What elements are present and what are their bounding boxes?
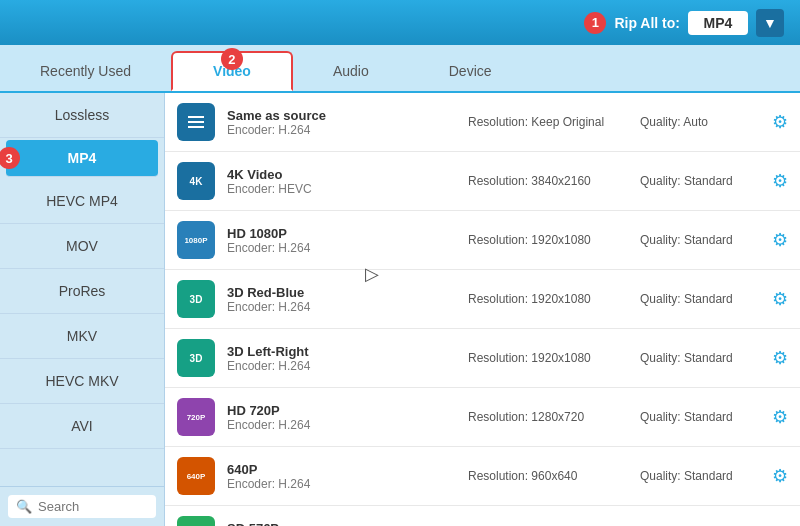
search-box: 🔍 [8, 495, 156, 518]
format-details-576p: SD 576P Encoder: H.264 [227, 521, 456, 527]
format-name: Same as source [227, 108, 456, 123]
format-name: 3D Red-Blue [227, 285, 456, 300]
settings-icon[interactable]: ⚙ [772, 170, 788, 192]
list-item[interactable]: 3D 3D Left-Right Encoder: H.264 Resoluti… [165, 329, 800, 388]
sidebar-item-mov[interactable]: MOV [0, 224, 164, 269]
format-name: HD 1080P [227, 226, 456, 241]
format-icon-3d-rb: 3D [177, 280, 215, 318]
format-quality: Quality: Standard [640, 292, 760, 306]
format-name: SD 576P [227, 521, 456, 527]
rip-format-dropdown[interactable]: ▼ [756, 9, 784, 37]
format-encoder: Encoder: H.264 [227, 300, 456, 314]
sidebar-item-prores[interactable]: ProRes [0, 269, 164, 314]
format-icon-3d-lr: 3D [177, 339, 215, 377]
video-tab-badge: 2 [221, 48, 243, 70]
format-resolution: Resolution: Keep Original [468, 115, 628, 129]
tabs-bar: Recently Used 2 Video Audio Device [0, 45, 800, 93]
format-icon-576p: 576P [177, 516, 215, 526]
sidebar-item-mkv[interactable]: MKV [0, 314, 164, 359]
list-item[interactable]: 720P HD 720P Encoder: H.264 Resolution: … [165, 388, 800, 447]
search-input[interactable] [38, 499, 148, 514]
format-icon-1080p: 1080P [177, 221, 215, 259]
sidebar-item-mp4[interactable]: 3 MP4 [6, 140, 158, 177]
top-bar: 1 Rip All to: MP4 ▼ [0, 0, 800, 45]
settings-icon[interactable]: ⚙ [772, 406, 788, 428]
format-quality: Quality: Standard [640, 469, 760, 483]
format-resolution: Resolution: 1280x720 [468, 410, 628, 424]
format-encoder: Encoder: H.264 [227, 418, 456, 432]
format-encoder: Encoder: H.264 [227, 359, 456, 373]
format-encoder: Encoder: H.264 [227, 477, 456, 491]
rip-label: Rip All to: [614, 15, 680, 31]
list-item[interactable]: 576P SD 576P Encoder: H.264 Resolution: … [165, 506, 800, 526]
main-content: Lossless 3 MP4 HEVC MP4 MOV ProRes MKV H… [0, 93, 800, 526]
format-icon-same-source [177, 103, 215, 141]
format-name: 4K Video [227, 167, 456, 182]
settings-icon[interactable]: ⚙ [772, 347, 788, 369]
format-resolution: Resolution: 1920x1080 [468, 233, 628, 247]
format-encoder: Encoder: H.264 [227, 241, 456, 255]
tab-recently-used[interactable]: Recently Used [0, 51, 171, 91]
format-details-720p: HD 720P Encoder: H.264 [227, 403, 456, 432]
sidebar: Lossless 3 MP4 HEVC MP4 MOV ProRes MKV H… [0, 93, 165, 526]
format-icon-720p: 720P [177, 398, 215, 436]
format-details-640p: 640P Encoder: H.264 [227, 462, 456, 491]
search-icon: 🔍 [16, 499, 32, 514]
sidebar-item-lossless[interactable]: Lossless [0, 93, 164, 138]
format-resolution: Resolution: 1920x1080 [468, 351, 628, 365]
format-resolution: Resolution: 1920x1080 [468, 292, 628, 306]
settings-icon[interactable]: ⚙ [772, 111, 788, 133]
sidebar-search-area: 🔍 [0, 486, 164, 526]
sidebar-item-hevc-mkv[interactable]: HEVC MKV [0, 359, 164, 404]
sidebar-item-avi[interactable]: AVI [0, 404, 164, 449]
list-item[interactable]: 640P 640P Encoder: H.264 Resolution: 960… [165, 447, 800, 506]
format-quality: Quality: Standard [640, 233, 760, 247]
format-details-same-source: Same as source Encoder: H.264 [227, 108, 456, 137]
svg-rect-2 [188, 126, 204, 128]
list-item[interactable]: 3D 3D Red-Blue Encoder: H.264 Resolution… [165, 270, 800, 329]
format-resolution: Resolution: 960x640 [468, 469, 628, 483]
format-icon-640p: 640P [177, 457, 215, 495]
format-name: 3D Left-Right [227, 344, 456, 359]
sidebar-badge: 3 [0, 147, 20, 169]
format-resolution: Resolution: 3840x2160 [468, 174, 628, 188]
format-quality: Quality: Auto [640, 115, 760, 129]
list-item[interactable]: 4K 4K Video Encoder: HEVC Resolution: 38… [165, 152, 800, 211]
svg-rect-0 [188, 116, 204, 118]
list-item[interactable]: Same as source Encoder: H.264 Resolution… [165, 93, 800, 152]
settings-icon[interactable]: ⚙ [772, 288, 788, 310]
format-quality: Quality: Standard [640, 410, 760, 424]
rip-badge: 1 [584, 12, 606, 34]
list-item[interactable]: 1080P HD 1080P Encoder: H.264 Resolution… [165, 211, 800, 270]
rip-format-display: MP4 [688, 11, 748, 35]
format-list: Same as source Encoder: H.264 Resolution… [165, 93, 800, 526]
format-details-1080p: HD 1080P Encoder: H.264 [227, 226, 456, 255]
sidebar-item-hevc-mp4[interactable]: HEVC MP4 [0, 179, 164, 224]
svg-rect-1 [188, 121, 204, 123]
format-details-4k: 4K Video Encoder: HEVC [227, 167, 456, 196]
format-quality: Quality: Standard [640, 174, 760, 188]
settings-icon[interactable]: ⚙ [772, 229, 788, 251]
tab-device[interactable]: Device [409, 51, 532, 91]
tab-audio[interactable]: Audio [293, 51, 409, 91]
settings-icon[interactable]: ⚙ [772, 465, 788, 487]
rip-all-container: 1 Rip All to: MP4 ▼ [584, 9, 784, 37]
format-encoder: Encoder: HEVC [227, 182, 456, 196]
tab-video[interactable]: 2 Video [171, 51, 293, 91]
format-encoder: Encoder: H.264 [227, 123, 456, 137]
format-details-3d-rb: 3D Red-Blue Encoder: H.264 [227, 285, 456, 314]
format-icon-4k: 4K [177, 162, 215, 200]
format-details-3d-lr: 3D Left-Right Encoder: H.264 [227, 344, 456, 373]
format-name: HD 720P [227, 403, 456, 418]
format-quality: Quality: Standard [640, 351, 760, 365]
format-name: 640P [227, 462, 456, 477]
